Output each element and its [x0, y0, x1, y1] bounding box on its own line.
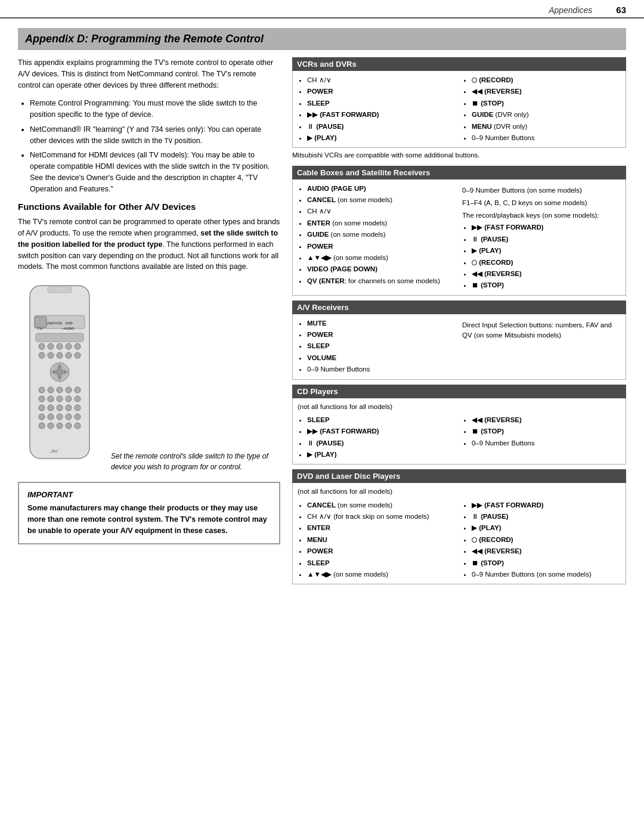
- svg-point-40: [39, 414, 45, 420]
- list-item: ⏹ (STOP): [472, 280, 621, 290]
- dvd-left-list: CANCEL (on some models) CH ∧/∨ (for trac…: [307, 500, 456, 580]
- cable-section: Cable Boxes and Satellite Receivers AUDI…: [292, 166, 626, 296]
- dvd-right-list: ▶▶ (FAST FORWARD) ⏸ (PAUSE) ▶ (PLAY) (RE…: [472, 500, 621, 580]
- list-item: ENTER (on some models): [307, 218, 456, 228]
- dvd-section: DVD and Laser Disc Players (not all func…: [292, 469, 626, 584]
- list-item: (RECORD): [472, 257, 621, 268]
- svg-point-31: [48, 396, 54, 402]
- list-item: SLEEP: [307, 340, 456, 351]
- list-item: ⏹ (STOP): [472, 558, 621, 568]
- svg-text:VCR: VCR: [55, 321, 62, 325]
- svg-point-41: [48, 414, 54, 420]
- svg-point-29: [75, 387, 80, 393]
- list-item: 0–9 Number Buttons: [307, 364, 456, 374]
- list-item: 0–9 Number Buttons: [472, 132, 621, 143]
- vcrs-right-list: (RECORD) ◀◀ (REVERSE) ⏹ (STOP) GUIDE (DV…: [472, 75, 621, 143]
- cable-cols: AUDIO (PAGE UP) CANCEL (on some models) …: [298, 183, 621, 292]
- cd-cols: SLEEP ▶▶ (FAST FORWARD) ⏸ (PAUSE) ▶ (PLA…: [298, 414, 621, 461]
- svg-point-37: [57, 405, 63, 411]
- page-header: Appendices 63: [0, 0, 644, 18]
- list-item: 0–9 Number Buttons: [472, 438, 621, 448]
- svg-point-13: [75, 343, 80, 349]
- important-box: IMPORTANT Some manufacturers may change …: [18, 482, 280, 544]
- svg-point-11: [57, 343, 63, 349]
- svg-point-14: [39, 352, 45, 358]
- important-text: Some manufacturers may change their prod…: [27, 503, 271, 536]
- vcrs-note: Mitsubishi VCRs are compatible with some…: [292, 150, 626, 160]
- right-column: VCRs and DVRs CH ∧/∨ POWER SLEEP ▶▶ (FAS…: [292, 57, 626, 821]
- list-item: GUIDE (DVR only): [472, 109, 621, 120]
- list-item: ⏸ (PAUSE): [307, 438, 456, 448]
- svg-point-32: [57, 396, 63, 402]
- svg-point-15: [48, 352, 54, 358]
- vcrs-dvrs-cols: CH ∧/∨ POWER SLEEP ▶▶ (FAST FORWARD) ⏸ (…: [298, 75, 621, 144]
- cable-right-list: ▶▶ (FAST FORWARD) ⏸ (PAUSE) ▶ (PLAY) (RE…: [472, 222, 621, 290]
- cd-right-list: ◀◀ (REVERSE) ⏹ (STOP) 0–9 Number Buttons: [472, 414, 621, 448]
- main-content: This appendix explains programming the T…: [0, 57, 644, 833]
- cable-right-note2: F1–F4 (A, B, C, D keys on some models): [462, 198, 621, 208]
- svg-point-30: [39, 396, 45, 402]
- list-item: POWER: [307, 86, 456, 97]
- list-item: ◀◀ (REVERSE): [472, 414, 621, 425]
- svg-point-18: [75, 352, 80, 358]
- list-item: ▶ (PLAY): [307, 132, 456, 143]
- list-item: CH ∧/∨ (for track skip on some models): [307, 511, 456, 522]
- list-item: ⏹ (STOP): [472, 98, 621, 109]
- list-item: ENTER: [307, 522, 456, 533]
- list-item: CANCEL (on some models): [307, 194, 456, 205]
- cable-body: AUDIO (PAGE UP) CANCEL (on some models) …: [292, 179, 626, 296]
- svg-point-25: [39, 387, 45, 393]
- methods-list: Remote Control Programming: You must mov…: [30, 98, 280, 194]
- svg-text:⌐AUDIO: ⌐AUDIO: [62, 327, 75, 330]
- list-item: ▶ (PLAY): [472, 245, 621, 256]
- left-column: This appendix explains programming the T…: [18, 57, 280, 821]
- list-item: SLEEP: [307, 98, 456, 109]
- vcrs-left-list: CH ∧/∨ POWER SLEEP ▶▶ (FAST FORWARD) ⏸ (…: [307, 75, 456, 143]
- svg-point-44: [75, 414, 80, 420]
- svg-point-10: [48, 343, 54, 349]
- vcrs-dvrs-body: CH ∧/∨ POWER SLEEP ▶▶ (FAST FORWARD) ⏸ (…: [292, 71, 626, 148]
- list-item: 0–9 Number Buttons (on some models): [472, 569, 621, 580]
- list-item: POWER: [307, 241, 456, 252]
- list-item: Remote Control Programming: You must mov…: [30, 98, 280, 120]
- list-item: ⏸ (PAUSE): [472, 511, 621, 522]
- dvd-body: (not all functions for all models) CANCE…: [292, 483, 626, 584]
- cd-players-body: (not all functions for all models) SLEEP…: [292, 398, 626, 465]
- vcrs-dvrs-left: CH ∧/∨ POWER SLEEP ▶▶ (FAST FORWARD) ⏸ (…: [298, 75, 456, 144]
- appendix-title-bar: Appendix D: Programming the Remote Contr…: [18, 28, 626, 50]
- vcrs-dvrs-header: VCRs and DVRs: [292, 57, 626, 71]
- svg-point-36: [48, 405, 54, 411]
- list-item: ▲▼◀▶ (on some models): [307, 252, 456, 263]
- cd-players-section: CD Players (not all functions for all mo…: [292, 385, 626, 465]
- svg-rect-8: [36, 333, 83, 342]
- list-item: (RECORD): [472, 534, 621, 545]
- av-left-list: MUTE POWER SLEEP VOLUME 0–9 Number Butto…: [307, 318, 456, 375]
- cable-left-list: AUDIO (PAGE UP) CANCEL (on some models) …: [307, 183, 456, 287]
- list-item: ▶ (PLAY): [472, 522, 621, 533]
- important-label: IMPORTANT: [27, 490, 271, 499]
- list-item: CANCEL (on some models): [307, 500, 456, 510]
- svg-point-34: [75, 396, 80, 402]
- list-item: VIDEO (PAGE DOWN): [307, 264, 456, 274]
- svg-point-46: [48, 423, 54, 429]
- list-item: MENU (DVR only): [472, 121, 621, 132]
- list-item: ⏹ (STOP): [472, 426, 621, 436]
- av-receivers-header: A/V Receivers: [292, 301, 626, 314]
- av-receivers-section: A/V Receivers MUTE POWER SLEEP VOLUME 0–…: [292, 301, 626, 380]
- cable-left: AUDIO (PAGE UP) CANCEL (on some models) …: [298, 183, 456, 292]
- vcrs-dvrs-section: VCRs and DVRs CH ∧/∨ POWER SLEEP ▶▶ (FAS…: [292, 57, 626, 161]
- appendix-title: Appendix D: Programming the Remote Contr…: [25, 33, 619, 45]
- cd-left: SLEEP ▶▶ (FAST FORWARD) ⏸ (PAUSE) ▶ (PLA…: [298, 414, 456, 461]
- svg-rect-7: [35, 317, 47, 327]
- svg-point-47: [57, 423, 63, 429]
- list-item: AUDIO (PAGE UP): [307, 183, 456, 194]
- svg-text:DVD: DVD: [66, 321, 73, 325]
- svg-point-49: [75, 423, 80, 429]
- svg-point-28: [66, 387, 72, 393]
- appendix-title-wrapper: Appendix D: Programming the Remote Contr…: [0, 18, 644, 57]
- svg-point-35: [39, 405, 45, 411]
- list-item: NetCommand® IR "learning" (Y and 734 ser…: [30, 124, 280, 147]
- list-item: CH ∧/∨: [307, 75, 456, 85]
- svg-point-12: [66, 343, 72, 349]
- list-item: POWER: [307, 546, 456, 556]
